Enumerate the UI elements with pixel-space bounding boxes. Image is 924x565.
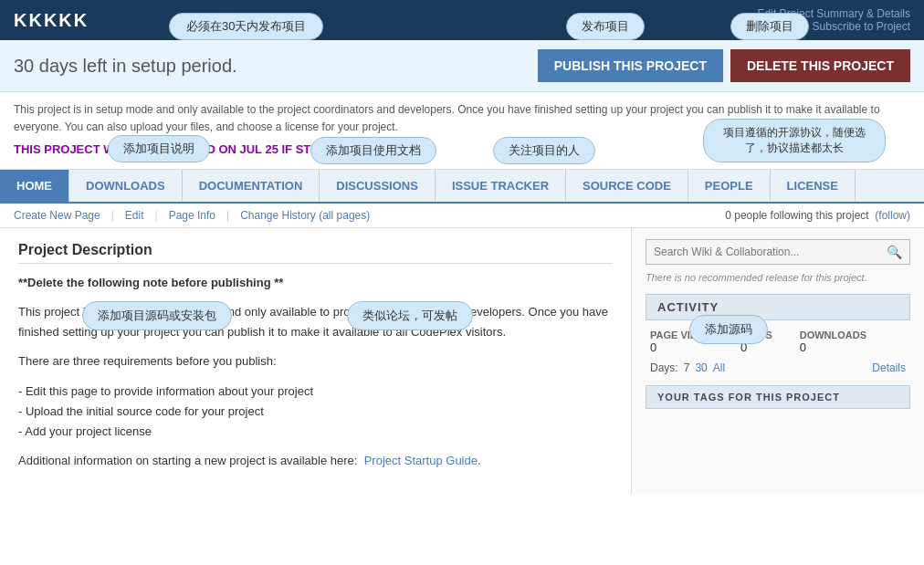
notice-area: This project is in setup mode and only a… [0, 92, 924, 170]
downloads-value: 0 [800, 340, 866, 354]
create-new-page-link[interactable]: Create New Page [14, 209, 100, 222]
tab-discussions[interactable]: DISCUSSIONS [320, 170, 436, 202]
follow-link[interactable]: (follow) [875, 209, 910, 222]
release-note: There is no recommended release for this… [646, 272, 910, 283]
page-info-link[interactable]: Page Info [169, 209, 215, 222]
separator1: | [111, 209, 114, 222]
tab-issue-tracker[interactable]: ISSUE TRACKER [436, 170, 566, 202]
main-layout: Project Description **Delete the followi… [0, 228, 924, 494]
nav-tabs: HOME DOWNLOADS DOCUMENTATION DISCUSSIONS… [0, 170, 924, 204]
separator3: | [226, 209, 229, 222]
search-box[interactable]: 🔍 [646, 239, 910, 265]
days-7: 7 [684, 361, 690, 374]
banner-buttons: PUBLISH THIS PROJECT DELETE THIS PROJECT [538, 49, 910, 82]
publish-button[interactable]: PUBLISH THIS PROJECT [538, 49, 723, 82]
tags-header: YOUR TAGS FOR THIS PROJECT [646, 385, 910, 409]
tab-downloads[interactable]: DOWNLOADS [69, 170, 183, 202]
days-30-link[interactable]: 30 [695, 361, 707, 374]
content-footer: Additional information on starting a new… [18, 451, 613, 471]
tab-home[interactable]: HOME [0, 170, 69, 202]
setup-banner: 30 days left in setup period. PUBLISH TH… [0, 40, 924, 92]
stat-page-views: PAGE VIEWS 0 [650, 330, 713, 354]
notice-warning: THIS PROJECT WILL BE REMOVED ON JUL 25 I… [14, 141, 910, 160]
content-bold: **Delete the following note before publi… [18, 273, 613, 293]
header-links: Edit Project Summary & Details Subscribe… [758, 7, 910, 33]
delete-button[interactable]: DELETE THIS PROJECT [730, 49, 910, 82]
search-button[interactable]: 🔍 [879, 240, 909, 264]
details-link[interactable]: Details [872, 361, 906, 374]
days-all-link[interactable]: All [713, 361, 725, 374]
page-views-value: 0 [650, 340, 713, 354]
tab-people[interactable]: PEOPLE [688, 170, 771, 202]
list-item-2: Upload the initial source code for your … [18, 402, 613, 422]
days-label: Days: [650, 361, 678, 374]
followers-info: 0 people following this project (follow) [725, 209, 910, 222]
activity-stats: PAGE VIEWS 0 VISITS 0 DOWNLOADS 0 [646, 330, 910, 354]
guide-link[interactable]: Project Startup Guide [364, 454, 478, 467]
edit-link[interactable]: Edit [125, 209, 144, 222]
content-para1: This project is currently in setup mode … [18, 302, 613, 342]
banner-text: 30 days left in setup period. [14, 56, 237, 77]
tab-documentation[interactable]: DOCUMENTATION [183, 170, 320, 202]
downloads-label: DOWNLOADS [800, 330, 866, 340]
main-content: Project Description **Delete the followi… [0, 228, 632, 494]
sub-nav: Create New Page | Edit | Page Info | Cha… [0, 204, 924, 228]
page-views-label: PAGE VIEWS [650, 330, 713, 340]
search-input[interactable] [646, 240, 879, 264]
header-actions: Edit Project Summary & Details Subscribe… [758, 7, 910, 33]
notice-text: This project is in setup mode and only a… [14, 101, 910, 136]
header: KKKKK Edit Project Summary & Details Sub… [0, 0, 924, 40]
change-history-link[interactable]: Change History (all pages) [240, 209, 370, 222]
separator2: | [155, 209, 158, 222]
activity-header: ACTIVITY [646, 294, 910, 320]
content-para2: There are three requirements before you … [18, 351, 613, 371]
edit-project-link[interactable]: Edit Project Summary & Details [758, 7, 910, 20]
list-item-1: Edit this page to provide information ab… [18, 382, 613, 402]
visits-value: 0 [740, 340, 772, 354]
content-list: Edit this page to provide information ab… [18, 382, 613, 442]
subscribe-link[interactable]: Subscribe to Project [813, 20, 910, 33]
tab-license[interactable]: LICENSE [771, 170, 856, 202]
followers-count: 0 people following this project [725, 209, 868, 222]
visits-label: VISITS [740, 330, 772, 340]
stat-downloads: DOWNLOADS 0 [800, 330, 866, 354]
tab-source-code[interactable]: SOURCE CODE [566, 170, 688, 202]
activity-days: Days: 7 30 All Details [646, 361, 910, 374]
list-item-3: Add your project license [18, 422, 613, 442]
sidebar: 🔍 There is no recommended release for th… [632, 228, 924, 494]
site-logo: KKKKK [14, 10, 89, 31]
section-title: Project Description [18, 242, 613, 264]
stat-visits: VISITS 0 [740, 330, 772, 354]
